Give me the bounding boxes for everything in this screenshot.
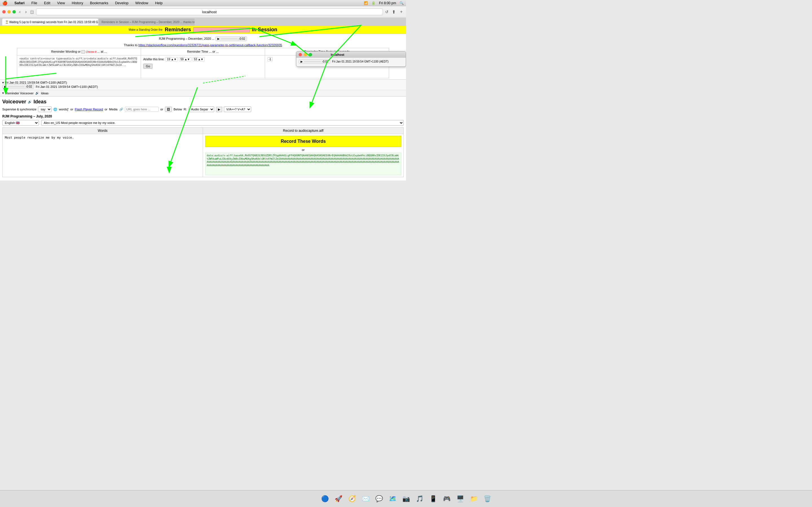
stackoverflow-link[interactable]: https://stackoverflow.com/questions/3232… <box>139 43 282 47</box>
menu-bookmarks[interactable]: Bookmarks <box>89 1 109 5</box>
language-select[interactable]: English 🇬🇧 <box>2 120 39 126</box>
log-date: Fri Jan 01 2021 19:59:54 GMT+1100 (AEDT) <box>5 81 67 84</box>
or-label-1: or <box>70 108 73 111</box>
subwindow-audio-duration: -0:02 <box>322 60 328 63</box>
words-col-header: Words <box>3 128 203 134</box>
minimize-button[interactable] <box>7 10 11 13</box>
menu-window[interactable]: Window <box>134 1 149 5</box>
reminder-header-wording: Reminder Wording or Choose it ... at ... <box>17 48 141 55</box>
words-table: Words Record to audiocapture.aiff Most p… <box>2 127 404 177</box>
go-button[interactable]: Go <box>143 64 153 69</box>
or-label-3: or <box>160 108 163 111</box>
tab-bar: ⏳ Waiting 5 (up to 0 remaining) seconds … <box>0 17 406 25</box>
flash-record-link[interactable]: Flash Player Record <box>75 108 103 111</box>
or-label-2: or <box>105 108 107 111</box>
lang-row: English 🇬🇧 Alex en_US Most people recogn… <box>2 120 404 126</box>
or-label-record: or <box>205 148 401 152</box>
notification-pink-bar <box>193 27 250 33</box>
menu-history[interactable]: History <box>70 1 84 5</box>
play-icon[interactable]: ▶ <box>217 37 220 40</box>
record-cell: Record These Words or data:audio/x-aiff;… <box>203 134 403 177</box>
play-icon-log[interactable]: ▶ <box>4 85 6 88</box>
project-label: RJM Programming – July, 2020 <box>2 114 404 118</box>
search-icon[interactable]: 🔍 <box>400 1 404 5</box>
seconds-spinner[interactable]: -1 <box>267 57 273 61</box>
menu-help[interactable]: Help <box>154 1 164 5</box>
mini-player-log[interactable]: ▶ -0:02 <box>2 84 34 89</box>
speaker-icon-main: 🔊 <box>28 100 32 104</box>
time-display: Fri 8:00 pm <box>379 1 396 5</box>
time-spinner-hour[interactable]: 19 ▲▼ <box>165 57 178 61</box>
words-label: words]' <box>59 108 69 111</box>
sidebar-button[interactable]: ◫ <box>30 10 34 14</box>
data-output: data:audio/x-aiff;base64,Rk9STQAB2UJBSUZ… <box>205 153 401 175</box>
notification-bar: Make a Standing Order the Reminders in S… <box>0 25 406 34</box>
supervise-label: Supervise & synchronize <box>2 108 36 111</box>
browser-chrome: ‹ › ◫ ↺ ⬆ + ⏳ Waiting 5 (up to 0 remaini… <box>0 6 406 25</box>
world-icon: 🌐 <box>53 108 57 111</box>
battery-icon: 🔋 <box>371 1 375 5</box>
audio-sep-dropdown[interactable]: Audio Separ <box>189 107 214 112</box>
words-textarea[interactable]: Most people recognize me by my voice. <box>5 136 200 161</box>
menu-file[interactable]: File <box>30 1 38 5</box>
subwindow-close[interactable] <box>299 53 302 56</box>
maximize-button[interactable] <box>12 10 16 13</box>
log-date-inline: Fri Jan 01 2021 19:59:54 GMT+1100 (AEDT) <box>36 85 98 89</box>
tab-active-label: ⏳ Waiting 5 (up to 0 remaining) seconds … <box>5 20 98 24</box>
reminder-time-cell: At/after this time: 19 ▲▼ 59 ▲▼ 53 ▲▼ Go <box>141 55 265 78</box>
ideas-title: Ideas <box>34 99 47 105</box>
subwindow: localhost ▶ -0:02 Fri Jan 01 2021 19:59:… <box>296 51 406 67</box>
share-button[interactable]: ⬆ <box>391 9 397 15</box>
subwindow-maximize[interactable] <box>309 53 312 56</box>
reminder-header-time: Reminder Time ... or ... <box>141 48 265 55</box>
audio-duration-header: -0:02 <box>239 37 245 40</box>
menu-safari[interactable]: Safari <box>13 1 26 5</box>
notification-prefix: Make a Standing Order the <box>129 28 162 31</box>
menu-develop[interactable]: Develop <box>114 1 130 5</box>
time-spinner-min[interactable]: 59 ▲▼ <box>179 57 192 61</box>
words-cell: Most people recognize me by my voice. <box>3 134 203 177</box>
back-button[interactable]: ‹ <box>18 9 22 15</box>
subwindow-title: localhost <box>331 53 344 56</box>
page-title: RJM Programming – December, 2020 ... <box>159 37 214 40</box>
menubar: 🍎 Safari File Edit View History Bookmark… <box>0 0 406 6</box>
image-btn[interactable]: 🖼 <box>165 107 172 112</box>
wifi-icon: 📶 <box>364 1 368 5</box>
reminder-audio-code: <audio controls><source type=audio/x-aif… <box>17 55 141 78</box>
play-icon-sub[interactable]: ▶ <box>301 60 303 63</box>
log-audio-duration: -0:02 <box>26 85 32 88</box>
thanks-label: Thanks to <box>124 43 138 47</box>
subwindow-traffic-lights <box>299 53 312 56</box>
play-btn-toolbar[interactable]: ▶ <box>216 107 222 112</box>
toolbar-row: Supervise & synchronize say 🌐 words]' or… <box>2 107 404 112</box>
voiceover-section: Voiceover 🔊 Ideas Supervise & synchroniz… <box>0 96 406 180</box>
time-spinner-sec[interactable]: 53 ▲▼ <box>193 57 205 61</box>
apple-menu[interactable]: 🍎 <box>2 1 8 6</box>
speaker-icon-small: 🔊 <box>35 91 39 95</box>
close-button[interactable] <box>2 10 6 13</box>
record-col-header: Record to audiocapture.aiff <box>203 128 403 134</box>
menu-view[interactable]: View <box>56 1 66 5</box>
say-dropdown[interactable]: say <box>38 107 52 112</box>
new-tab-button[interactable]: + <box>399 9 404 15</box>
collapse-arrow[interactable]: ▾ <box>2 91 4 95</box>
reload-button[interactable]: ↺ <box>385 10 389 14</box>
url-input[interactable] <box>125 107 159 112</box>
log-area: ▾ Fri Jan 01 2021 19:59:54 GMT+1100 (AED… <box>0 79 406 90</box>
tab-active[interactable]: ⏳ Waiting 5 (up to 0 remaining) seconds … <box>2 18 98 25</box>
tab-inactive[interactable]: Reminders in Session – RJM Programming –… <box>99 18 195 25</box>
subwindow-minimize[interactable] <box>304 53 307 56</box>
va-dropdown[interactable]: V/A++? V+A? <box>224 107 251 112</box>
record-button[interactable]: Record These Words <box>205 136 401 147</box>
tab-inactive-label: Reminders in Session – RJM Programming –… <box>101 20 195 24</box>
reminder-label: Reminder Voiceover <box>6 92 34 95</box>
subwindow-mini-player[interactable]: ▶ -0:02 <box>299 59 331 64</box>
forward-button[interactable]: › <box>24 9 28 15</box>
page-header: RJM Programming – December, 2020 ... ▶ -… <box>0 34 406 43</box>
notification-title-part1: Reminders <box>165 27 191 33</box>
voice-select[interactable]: Alex en_US Most people recognize me by m… <box>41 120 404 126</box>
notification-title-part2: in Session <box>252 27 277 33</box>
menu-edit[interactable]: Edit <box>43 1 51 5</box>
url-bar[interactable] <box>36 8 383 15</box>
audio-player-header[interactable]: ▶ -0:02 <box>215 36 247 41</box>
